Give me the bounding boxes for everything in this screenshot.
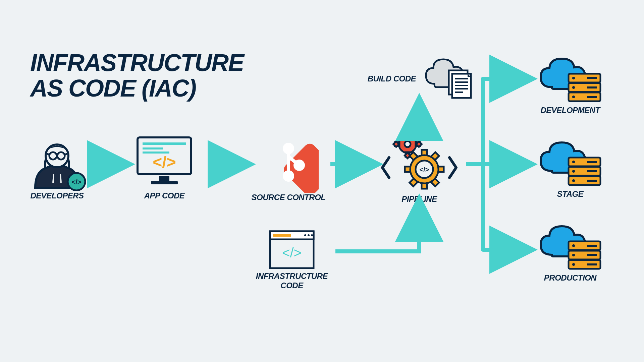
svg-line-4 <box>47 154 49 155</box>
svg-rect-30 <box>416 141 422 147</box>
svg-text:</>: </> <box>282 245 302 260</box>
svg-line-5 <box>65 154 67 155</box>
node-app-code: </> APP CODE <box>127 134 201 200</box>
diagram-title: INFRASTRUCTURE AS CODE (IAC) <box>30 50 244 101</box>
svg-rect-83 <box>587 254 597 256</box>
svg-text:</>: </> <box>420 166 429 173</box>
svg-point-56 <box>308 234 310 236</box>
svg-rect-72 <box>587 161 597 163</box>
svg-point-66 <box>572 96 575 98</box>
browser-code-icon: </> <box>267 228 317 272</box>
svg-rect-31 <box>393 141 399 147</box>
git-icon <box>258 132 319 193</box>
cloud-server-icon <box>537 223 604 273</box>
svg-point-24 <box>405 141 411 147</box>
development-label: DEVELOPMENT <box>540 106 600 115</box>
svg-point-64 <box>572 86 575 89</box>
pipeline-gears-icon: </> <box>381 131 458 194</box>
cloud-server-icon <box>537 139 604 189</box>
node-stage: STAGE <box>527 139 614 199</box>
svg-rect-12 <box>151 181 178 184</box>
svg-line-6 <box>53 174 54 183</box>
svg-rect-74 <box>587 170 597 172</box>
svg-rect-65 <box>587 86 597 88</box>
production-label: PRODUCTION <box>544 273 596 283</box>
svg-rect-67 <box>587 96 597 98</box>
svg-text:</>: </> <box>72 178 82 186</box>
svg-point-22 <box>295 161 303 169</box>
svg-rect-54 <box>273 234 291 237</box>
svg-point-82 <box>572 254 575 256</box>
node-developers: </> DEVELOPERS <box>20 131 94 200</box>
cloud-document-icon <box>423 55 476 102</box>
node-infrastructure-code: </> INFRASTRUCTURE CODE <box>248 228 335 290</box>
title-line2: AS CODE (IAC) <box>30 76 244 101</box>
svg-rect-14 <box>143 147 163 149</box>
svg-rect-81 <box>587 245 597 247</box>
infrastructure-code-label: INFRASTRUCTURE CODE <box>248 272 335 290</box>
stage-label: STAGE <box>557 189 583 199</box>
pipeline-label: PIPELINE <box>401 194 437 204</box>
svg-rect-63 <box>587 77 597 79</box>
svg-point-84 <box>572 263 575 266</box>
cloud-server-icon <box>537 55 604 106</box>
node-source-control: SOURCE CONTROL <box>248 132 329 202</box>
build-code-label: BUILD CODE <box>342 74 416 83</box>
svg-point-57 <box>311 234 313 236</box>
node-development: DEVELOPMENT <box>527 55 614 115</box>
svg-point-80 <box>572 244 575 247</box>
node-pipeline: </> PIPELINE <box>376 131 463 204</box>
developer-icon: </> <box>27 131 87 191</box>
svg-point-73 <box>572 170 575 173</box>
node-build-code: BUILD CODE <box>342 55 476 102</box>
svg-point-55 <box>304 234 306 236</box>
monitor-code-icon: </> <box>131 134 198 191</box>
title-line1: INFRASTRUCTURE <box>30 50 244 76</box>
svg-rect-85 <box>587 263 597 265</box>
svg-line-7 <box>60 174 61 183</box>
svg-point-21 <box>284 172 292 180</box>
svg-point-20 <box>284 144 292 153</box>
svg-rect-76 <box>587 180 597 182</box>
developers-label: DEVELOPERS <box>30 191 84 200</box>
svg-point-75 <box>572 179 575 182</box>
svg-point-62 <box>572 77 575 79</box>
svg-rect-13 <box>143 142 186 145</box>
app-code-label: APP CODE <box>144 191 184 200</box>
node-production: PRODUCTION <box>527 223 614 283</box>
svg-rect-11 <box>159 176 169 181</box>
source-control-label: SOURCE CONTROL <box>252 193 326 202</box>
svg-point-71 <box>572 161 575 163</box>
svg-text:</>: </> <box>153 153 176 171</box>
